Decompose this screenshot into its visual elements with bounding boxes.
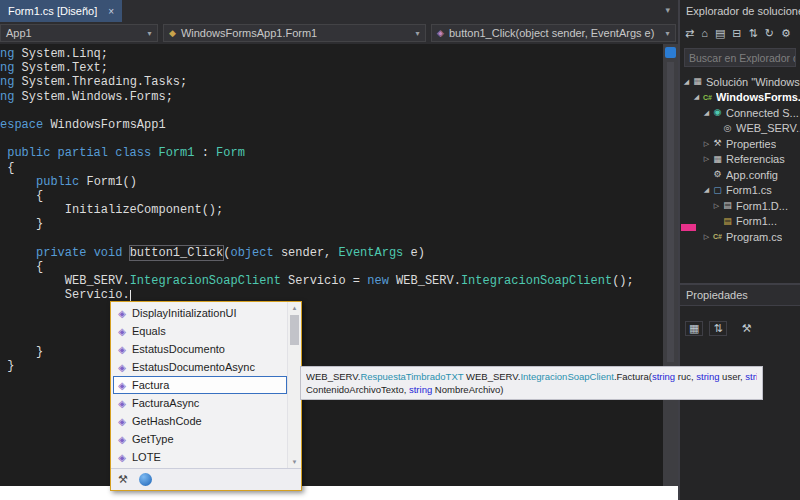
events-wrench-icon[interactable]: ⚒ bbox=[742, 323, 752, 334]
intellisense-scrollbar[interactable]: ▲ ▼ bbox=[287, 302, 301, 468]
tree-item[interactable]: ◢▢Form1.cs bbox=[680, 183, 800, 199]
collapsed-arrow-icon[interactable]: ▷ bbox=[702, 233, 711, 241]
code-line: ng System.Text; bbox=[0, 61, 663, 75]
properties-folder-icon: ⚒ bbox=[711, 139, 724, 148]
tab-form1-designer[interactable]: Form1.cs [Diseño] × bbox=[0, 0, 122, 22]
code-line: WEB_SERV.IntegracionSoapClient Servicio … bbox=[0, 274, 663, 288]
properties-icon[interactable]: ⚙ bbox=[781, 28, 791, 39]
completion-item[interactable]: ◈FacturaAsync bbox=[113, 394, 287, 412]
collapse-all-icon[interactable]: ⊟ bbox=[732, 28, 741, 39]
tool-window-column: Explorador de soluciones ⇄⌂▤⊟⇅↻⚙ Buscar … bbox=[678, 0, 800, 500]
code-line: public partial class Form1 : Form bbox=[0, 146, 663, 160]
code-line: { bbox=[0, 189, 663, 203]
completion-label: DisplayInitializationUI bbox=[132, 307, 237, 319]
tree-item[interactable]: ▷▦Referencias bbox=[680, 152, 800, 168]
project-dropdown-value: App1 bbox=[6, 27, 32, 39]
code-line: ng System.Threading.Tasks; bbox=[0, 75, 663, 89]
completion-item[interactable]: ◈Equals bbox=[113, 322, 287, 340]
expanded-arrow-icon[interactable]: ◢ bbox=[702, 186, 711, 194]
categorized-icon[interactable]: ▦ bbox=[685, 321, 703, 336]
code-line: InitializeComponent(); bbox=[0, 203, 663, 217]
intellisense-scrollbar-thumb[interactable] bbox=[290, 315, 299, 345]
solution-explorer-search-input[interactable]: Buscar en Explorador de... bbox=[684, 48, 796, 67]
code-editor[interactable]: ng System.Linq;ng System.Text;ng System.… bbox=[0, 44, 663, 486]
completion-label: Factura bbox=[132, 379, 169, 391]
completion-item[interactable]: ◈DisplayInitializationUI bbox=[113, 304, 287, 322]
code-line bbox=[0, 302, 663, 316]
scroll-down-icon[interactable]: ▼ bbox=[288, 459, 301, 465]
member-dropdown-value: button1_Click(object sender, EventArgs e… bbox=[449, 27, 654, 39]
scrollbar-thumb[interactable] bbox=[667, 62, 674, 362]
intellisense-popup: ◈DisplayInitializationUI◈Equals◈EstatusD… bbox=[110, 301, 302, 491]
csharp-project-icon: C# bbox=[701, 94, 714, 101]
type-dropdown-value: WindowsFormsApp1.Form1 bbox=[181, 27, 317, 39]
resource-file-icon: ▤ bbox=[721, 217, 734, 226]
tree-item[interactable]: ◢C#WindowsForms... bbox=[680, 90, 800, 106]
collapsed-arrow-icon[interactable]: ▷ bbox=[712, 202, 721, 210]
back-forward-icon[interactable]: ⇄ bbox=[685, 28, 694, 39]
tree-item[interactable]: ◎WEB_SERV... bbox=[680, 121, 800, 137]
tree-item[interactable]: ▤Form1... bbox=[680, 214, 800, 230]
method-icon: ◈ bbox=[116, 416, 128, 427]
completion-item[interactable]: ◈Factura bbox=[113, 376, 287, 394]
project-dropdown[interactable]: App1 ▾ bbox=[0, 24, 158, 42]
code-line bbox=[0, 331, 663, 345]
tree-item-label: Program.cs bbox=[726, 231, 782, 243]
member-dropdown[interactable]: ◈ button1_Click(object sender, EventArgs… bbox=[431, 24, 676, 42]
tooltip-line: WEB_SERV.RespuestaTimbradoTXT WEB_SERV.I… bbox=[306, 370, 757, 383]
wrench-icon[interactable]: ⚒ bbox=[118, 473, 128, 486]
tree-item[interactable]: ▷C#Program.cs bbox=[680, 229, 800, 245]
sync-active-document-icon[interactable]: ⇅ bbox=[749, 28, 758, 39]
collapsed-arrow-icon[interactable]: ▷ bbox=[702, 140, 711, 148]
refresh-icon[interactable]: ↻ bbox=[765, 28, 774, 39]
tooltip-line: ContenidoArchivoTexto, string NombreArch… bbox=[306, 383, 757, 396]
tree-item[interactable]: ▷▤Form1.D... bbox=[680, 198, 800, 214]
expanded-arrow-icon[interactable]: ◢ bbox=[692, 93, 701, 101]
home-icon[interactable]: ⌂ bbox=[701, 28, 708, 39]
document-tab-bar: Form1.cs [Diseño] × ▾ bbox=[0, 0, 678, 22]
code-line: espace WindowsFormsApp1 bbox=[0, 118, 663, 132]
tab-overflow-icon[interactable]: ▾ bbox=[665, 5, 670, 15]
tree-item-label: Solución "Windows... bbox=[706, 76, 800, 88]
expanded-arrow-icon[interactable]: ◢ bbox=[682, 78, 691, 86]
completion-item[interactable]: ◈GetType bbox=[113, 430, 287, 448]
completion-item[interactable]: ◈GetHashCode bbox=[113, 412, 287, 430]
tree-item[interactable]: ◢◉Connected S... bbox=[680, 105, 800, 121]
signature-tooltip: WEB_SERV.RespuestaTimbradoTXT WEB_SERV.I… bbox=[300, 366, 763, 400]
document-health-icon bbox=[665, 47, 676, 58]
completion-item[interactable]: ◈LOTE bbox=[113, 448, 287, 466]
caret-position-marker bbox=[681, 224, 696, 231]
tree-item[interactable]: ▷⚒Properties bbox=[680, 136, 800, 152]
code-line: } bbox=[0, 345, 663, 359]
scroll-up-icon[interactable]: ▲ bbox=[288, 305, 301, 311]
tree-item-label: Referencias bbox=[726, 153, 785, 165]
code-line bbox=[0, 132, 663, 146]
alphabetical-icon[interactable]: ⇅ bbox=[709, 321, 726, 336]
method-icon: ◈ bbox=[116, 434, 128, 445]
editor-scrollbar[interactable] bbox=[663, 44, 678, 486]
references-icon: ▦ bbox=[711, 155, 724, 164]
tree-item-label: Form1.cs bbox=[726, 184, 772, 196]
type-dropdown[interactable]: ◆ WindowsFormsApp1.Form1 ▾ bbox=[163, 24, 426, 42]
intellisense-toolbar: ⚒ bbox=[111, 468, 301, 490]
code-line: { bbox=[0, 161, 663, 175]
method-icon: ◈ bbox=[116, 308, 128, 319]
visual-studio-window: Form1.cs [Diseño] × ▾ App1 ▾ ◆ WindowsFo… bbox=[0, 0, 800, 500]
editor-area: ng System.Linq;ng System.Text;ng System.… bbox=[0, 44, 678, 486]
tree-item-label: Connected S... bbox=[726, 107, 799, 119]
show-all-files-icon[interactable]: ▤ bbox=[715, 28, 725, 39]
code-line: ng System.Windows.Forms; bbox=[0, 90, 663, 104]
code-line: private void button1_Click(object sender… bbox=[0, 246, 663, 260]
tree-item[interactable]: ◢▦Solución "Windows... bbox=[680, 74, 800, 90]
expanded-arrow-icon[interactable]: ◢ bbox=[702, 109, 711, 117]
completion-item[interactable]: ◈EstatusDocumento bbox=[113, 340, 287, 358]
tab-close-icon[interactable]: × bbox=[108, 6, 114, 17]
collapsed-arrow-icon[interactable]: ▷ bbox=[702, 155, 711, 163]
method-icon: ◈ bbox=[116, 344, 128, 355]
tree-item[interactable]: ⚙App.config bbox=[680, 167, 800, 183]
completion-item[interactable]: ◈EstatusDocumentoAsync bbox=[113, 358, 287, 376]
code-navigation-bar: App1 ▾ ◆ WindowsFormsApp1.Form1 ▾ ◈ butt… bbox=[0, 22, 678, 44]
completion-label: EstatusDocumentoAsync bbox=[132, 361, 255, 373]
tree-item-label: Form1.D... bbox=[736, 200, 788, 212]
intellisense-filter-icon[interactable] bbox=[139, 473, 152, 486]
